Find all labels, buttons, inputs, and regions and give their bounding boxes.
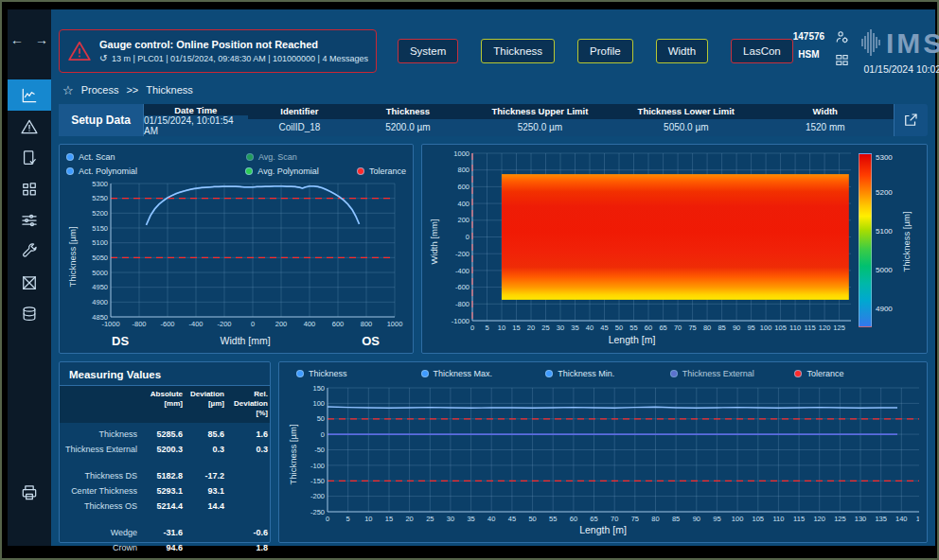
sidebar-item-settings[interactable] bbox=[8, 204, 51, 236]
svg-text:0: 0 bbox=[251, 320, 255, 328]
legend-avg-scan[interactable]: Avg. Scan bbox=[246, 152, 297, 162]
svg-text:100: 100 bbox=[312, 399, 325, 408]
setup-col-lower-limit: Thickness Lower Limit5050.0 µm bbox=[615, 104, 756, 136]
svg-text:125: 125 bbox=[833, 324, 845, 332]
favorite-star-icon[interactable]: ☆ bbox=[62, 83, 74, 97]
sidebar-item-trends[interactable] bbox=[8, 79, 51, 111]
thickness-max-dot-icon bbox=[421, 370, 429, 377]
svg-text:5000: 5000 bbox=[92, 269, 108, 277]
svg-text:-800: -800 bbox=[132, 320, 146, 328]
width-button[interactable]: Width bbox=[656, 39, 708, 63]
line-chart-icon bbox=[20, 86, 39, 105]
svg-text:-1000: -1000 bbox=[452, 317, 470, 325]
table-row: Thickness DS5182.8-17.2 bbox=[60, 468, 270, 483]
svg-text:145: 145 bbox=[916, 515, 919, 523]
warning-triangle-icon bbox=[20, 117, 39, 136]
ims-logo: IMS bbox=[859, 27, 939, 58]
svg-text:70: 70 bbox=[611, 515, 618, 523]
svg-text:105: 105 bbox=[774, 324, 787, 332]
svg-text:30: 30 bbox=[557, 324, 564, 332]
svg-text:4950: 4950 bbox=[92, 283, 108, 291]
legend-tolerance[interactable]: Tolerance bbox=[357, 166, 406, 176]
svg-text:50: 50 bbox=[528, 515, 536, 523]
screen-frame: ← → bbox=[0, 0, 939, 560]
lascon-button[interactable]: LasCon bbox=[731, 39, 793, 63]
nav-forward-icon[interactable]: → bbox=[35, 32, 48, 47]
layout-grid-icon[interactable] bbox=[834, 52, 850, 68]
alarm-warning-icon bbox=[67, 39, 92, 63]
table-row: Wedge-31.6-0.6 bbox=[60, 525, 270, 540]
breadcrumb: ☆ Process >> Thickness bbox=[59, 79, 928, 100]
alarm-banner[interactable]: Gauge control: Online Position not Reach… bbox=[59, 29, 377, 73]
svg-text:50: 50 bbox=[615, 324, 623, 332]
svg-text:120: 120 bbox=[813, 515, 825, 523]
profile-button[interactable]: Profile bbox=[577, 39, 633, 63]
profile-y-axis-title: Thickness [µm] bbox=[67, 226, 78, 287]
colorbar-title: Thickness [µm] bbox=[901, 211, 912, 271]
svg-text:70: 70 bbox=[674, 324, 682, 332]
legend-thickness-external[interactable]: Thickness External bbox=[670, 369, 795, 378]
svg-text:-800: -800 bbox=[455, 300, 470, 308]
svg-text:1000: 1000 bbox=[453, 149, 470, 158]
svg-text:40: 40 bbox=[487, 515, 495, 523]
sidebar-item-alarms[interactable] bbox=[8, 111, 51, 142]
svg-text:30: 30 bbox=[447, 515, 454, 523]
avg-scan-dot-icon bbox=[246, 153, 254, 161]
sidebar-item-dashboard[interactable] bbox=[8, 173, 51, 204]
legend-act-scan[interactable]: Act. Scan bbox=[66, 152, 246, 162]
svg-text:100: 100 bbox=[760, 324, 772, 332]
legend-thickness[interactable]: Thickness bbox=[296, 369, 421, 378]
svg-text:-50: -50 bbox=[314, 446, 325, 454]
colorbar-ticks: 53005200510050004900 bbox=[872, 153, 900, 327]
svg-text:-100: -100 bbox=[310, 462, 325, 470]
sidebar-item-database[interactable] bbox=[8, 298, 51, 329]
thickness-button[interactable]: Thickness bbox=[481, 39, 555, 63]
sidebar-item-print[interactable] bbox=[8, 477, 51, 508]
svg-text:40: 40 bbox=[586, 324, 594, 332]
sidebar-item-reports[interactable] bbox=[8, 142, 51, 173]
svg-text:95: 95 bbox=[747, 324, 754, 332]
system-button[interactable]: System bbox=[398, 39, 458, 63]
tolerance-dot-icon bbox=[357, 167, 364, 175]
sliders-icon bbox=[20, 211, 39, 230]
legend-avg-polynomial[interactable]: Avg. Polynomial bbox=[245, 166, 357, 176]
user-settings-icon[interactable] bbox=[834, 29, 850, 45]
svg-text:110: 110 bbox=[789, 324, 801, 332]
setup-col-thickness: Thickness5200.0 µm bbox=[351, 104, 465, 136]
svg-text:35: 35 bbox=[571, 324, 578, 332]
svg-text:-200: -200 bbox=[455, 250, 470, 258]
svg-text:130: 130 bbox=[855, 515, 867, 523]
svg-text:45: 45 bbox=[508, 515, 516, 523]
svg-text:0: 0 bbox=[326, 515, 329, 523]
nav-back-icon[interactable]: ← bbox=[10, 32, 24, 47]
sidebar-item-maintenance[interactable] bbox=[8, 236, 51, 267]
legend-trend-tolerance[interactable]: Tolerance bbox=[794, 369, 919, 378]
alarm-meta: ↺ 13 m | PLC01 | 01/15/2024, 09:48:30 AM… bbox=[99, 53, 368, 63]
popout-button[interactable] bbox=[894, 104, 928, 136]
svg-text:150: 150 bbox=[312, 384, 325, 393]
measuring-values-title: Measuring Values bbox=[60, 362, 270, 386]
svg-text:0: 0 bbox=[466, 233, 470, 241]
legend-thickness-max[interactable]: Thickness Max. bbox=[421, 369, 546, 378]
grid-squares-icon bbox=[20, 180, 39, 199]
svg-text:600: 600 bbox=[457, 183, 470, 191]
breadcrumb-current[interactable]: Thickness bbox=[146, 84, 193, 96]
svg-text:115: 115 bbox=[793, 515, 805, 523]
station-id: 147576 bbox=[793, 31, 824, 42]
svg-text:-200: -200 bbox=[217, 320, 231, 328]
sidebar-item-discard[interactable] bbox=[8, 267, 51, 298]
svg-text:75: 75 bbox=[631, 515, 639, 523]
legend-thickness-min[interactable]: Thickness Min. bbox=[545, 369, 670, 378]
database-icon bbox=[20, 305, 39, 324]
legend-act-polynomial[interactable]: Act. Polynomial bbox=[66, 166, 245, 176]
header-right: 147576 HSM IMS 01/15/2024 10:02:11 AM bbox=[793, 27, 939, 75]
header-datetime: 01/15/2024 10:02:11 AM bbox=[863, 63, 939, 75]
breadcrumb-root[interactable]: Process bbox=[81, 84, 119, 96]
svg-text:200: 200 bbox=[275, 320, 288, 328]
svg-text:50: 50 bbox=[317, 414, 325, 423]
svg-text:5: 5 bbox=[346, 515, 350, 523]
svg-text:200: 200 bbox=[457, 216, 470, 224]
svg-text:15: 15 bbox=[512, 324, 520, 332]
svg-text:85: 85 bbox=[718, 324, 725, 332]
svg-text:400: 400 bbox=[304, 320, 316, 328]
